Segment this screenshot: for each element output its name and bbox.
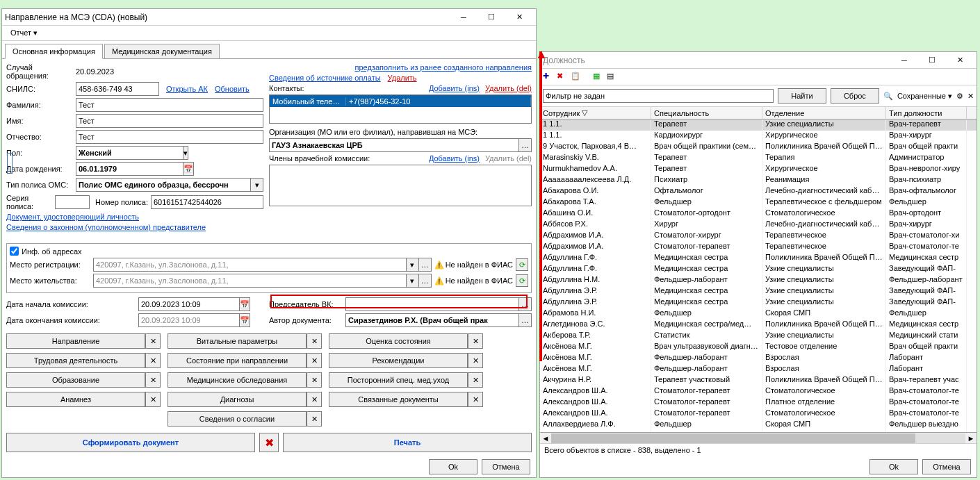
section-button[interactable]: Медицинские обследования <box>168 372 307 388</box>
payment-source-link[interactable]: Сведения об источнике оплаты <box>269 74 381 82</box>
table-row[interactable]: Абдуллина Г.Ф.Медицинская сестраПоликлин… <box>540 253 977 264</box>
chevron-down-icon[interactable]: ▾ <box>183 146 188 160</box>
refresh-link[interactable]: Обновить <box>215 85 250 93</box>
polis-num-input[interactable] <box>151 195 263 209</box>
table-row[interactable]: Абдуллина Н.М.Фельдшер-лаборантУзкие спе… <box>540 275 977 286</box>
maximize-button[interactable]: ☐ <box>477 9 505 26</box>
refresh-icon[interactable]: ⟳ <box>516 274 528 287</box>
chevron-down-icon[interactable]: ▾ <box>407 258 419 272</box>
report-menu[interactable]: Отчет ▾ <box>6 27 42 39</box>
start-date-input[interactable] <box>138 297 240 311</box>
chevron-down-icon[interactable]: ▾ <box>407 274 419 288</box>
ellipsis-icon[interactable]: … <box>419 274 432 288</box>
remove-section-button[interactable]: ✕ <box>307 353 322 368</box>
remove-section-button[interactable]: ✕ <box>468 353 483 368</box>
open-ak-link[interactable]: Открыть АК <box>166 85 208 93</box>
table-row[interactable]: Александров Ш.А.Стоматолог-терапевтСтома… <box>540 408 977 420</box>
table-row[interactable]: Абдрахимов И.А.Стоматолог-терапевтТерапе… <box>540 242 977 253</box>
fam-input[interactable] <box>76 98 263 112</box>
delete-icon[interactable]: ✖ <box>557 72 568 83</box>
table-row[interactable]: Аксёнова М.Г.Врач ультразвуковой диагн…Т… <box>540 342 977 353</box>
section-button[interactable]: Сведения о согласии <box>168 411 307 427</box>
members-grid[interactable] <box>269 165 532 206</box>
table-row[interactable]: Абрамова Н.И.ФельдшерСкорая СМПФельдшер <box>540 308 977 320</box>
remove-section-button[interactable]: ✕ <box>468 333 483 349</box>
section-button[interactable]: Трудовая деятельность <box>6 353 145 368</box>
excel-icon[interactable]: ▦ <box>593 72 604 83</box>
section-button[interactable]: Оценка состояния <box>329 333 468 349</box>
table-row[interactable]: Акберова Т.Р.СтатистикУзкие специалистыМ… <box>540 331 977 342</box>
col-employee[interactable]: Сотрудник▽ <box>540 107 651 119</box>
name-input[interactable] <box>76 114 263 128</box>
copy-icon[interactable]: 📋 <box>571 72 582 83</box>
add-member-link[interactable]: Добавить (ins) <box>429 154 480 163</box>
addr-reg-input[interactable] <box>93 258 407 272</box>
table-row[interactable]: Абдуллина Г.Ф.Медицинская сестраУзкие сп… <box>540 264 977 275</box>
polis-series-input[interactable] <box>55 195 90 209</box>
col-position-type[interactable]: Тип должности <box>886 107 967 119</box>
plus-icon[interactable]: ✚ <box>543 72 554 83</box>
table-row[interactable]: Аксёнова М.Г.Фельдшер-лаборантВзрослаяЛа… <box>540 353 977 364</box>
form-document-button[interactable]: Сформировать документ <box>6 433 255 452</box>
pat-input[interactable] <box>76 130 263 144</box>
section-button[interactable]: Анамнез <box>6 392 145 407</box>
section-button[interactable]: Диагнозы <box>168 392 307 407</box>
export-icon[interactable]: ▤ <box>607 72 618 83</box>
contact-row[interactable]: Мобильный теле… +7(987)456-32-10 <box>270 95 531 107</box>
cancel-form-icon[interactable]: ✖ <box>259 433 279 452</box>
remove-section-button[interactable]: ✕ <box>307 333 322 349</box>
prefill-link[interactable]: предзаполнить из ранее созданного направ… <box>354 63 532 72</box>
contacts-grid[interactable]: Мобильный теле… +7(987)456-32-10 <box>269 94 532 124</box>
settings-icon[interactable]: ⚙ <box>956 92 963 101</box>
delete-contact-link[interactable]: Удалить (del) <box>485 84 532 92</box>
table-row[interactable]: Абдуллина Э.Р.Медицинская сестраУзкие сп… <box>540 286 977 297</box>
remove-section-button[interactable]: ✕ <box>145 372 161 388</box>
table-row[interactable]: Аббясов Р.Х.ХирургЛечебно-диагностически… <box>540 220 977 231</box>
table-row[interactable]: Акчурина Н.Р.Терапевт участковыйПоликлин… <box>540 375 977 386</box>
calendar-icon[interactable]: 📅 <box>240 297 250 311</box>
table-row[interactable]: Абакарова Т.А.ФельдшерТерапевтическое с … <box>540 197 977 208</box>
list-cancel-button[interactable]: Отмена <box>922 459 971 474</box>
table-row[interactable]: 9 Участок, Парковая,4 В…Врач общей практ… <box>540 142 977 153</box>
cancel-button[interactable]: Отмена <box>482 459 530 474</box>
table-row[interactable]: Аллахвердиева Л.Ф.ФельдшерСкорая СМПФель… <box>540 420 977 431</box>
chevron-down-icon[interactable]: ▾ <box>251 178 263 192</box>
list-ok-button[interactable]: Ok <box>869 459 918 474</box>
representative-link[interactable]: Сведения о законном (уполномоченном) пре… <box>6 223 206 231</box>
ok-button[interactable]: Ok <box>429 459 477 474</box>
find-button[interactable]: Найти <box>778 88 826 104</box>
table-row[interactable]: Marasinskiy V.B.ТерапевтТерапияАдминистр… <box>540 153 977 164</box>
table-row[interactable]: Абдрахимов И.А.Стоматолог-хирургТерапевт… <box>540 231 977 242</box>
table-row[interactable]: Александров Ш.А.Стоматолог-терапевтПлатн… <box>540 397 977 408</box>
ellipsis-icon[interactable]: … <box>519 313 532 327</box>
identity-doc-link[interactable]: Документ, удостоверяющий личность <box>6 213 139 221</box>
remove-section-button[interactable]: ✕ <box>468 392 483 407</box>
remove-section-button[interactable]: ✕ <box>307 411 322 427</box>
close-filter-icon[interactable]: ✕ <box>967 92 974 101</box>
remove-section-button[interactable]: ✕ <box>307 372 322 388</box>
tab-main-info[interactable]: Основная информация <box>5 44 103 59</box>
delete-payment-link[interactable]: Удалить <box>388 74 417 82</box>
horizontal-scrollbar[interactable]: ◄ ► <box>540 432 977 443</box>
remove-section-button[interactable]: ✕ <box>307 392 322 407</box>
chairman-input[interactable] <box>345 297 519 311</box>
data-grid[interactable]: 1 1.1.ТерапевтУзкие специалистыВрач-тера… <box>540 119 977 432</box>
section-button[interactable]: Посторонний спец. мед.уход <box>329 372 468 388</box>
org-combo[interactable] <box>269 138 519 152</box>
dob-input[interactable] <box>76 162 183 176</box>
binoculars-icon[interactable]: 🔍 <box>883 92 893 101</box>
close-button[interactable]: ✕ <box>505 9 533 26</box>
table-row[interactable]: Абашина О.И.Стоматолог-ортодонтСтоматоло… <box>540 208 977 220</box>
table-row[interactable]: Nurmukhamedov A.A.ТерапевтХирургическоеВ… <box>540 164 977 175</box>
ellipsis-icon[interactable]: … <box>519 138 532 152</box>
ellipsis-icon[interactable]: … <box>419 258 432 272</box>
remove-section-button[interactable]: ✕ <box>145 353 161 368</box>
col-department[interactable]: Отделение <box>762 107 886 119</box>
tab-medical-docs[interactable]: Медицинская документация <box>104 44 220 58</box>
filter-input[interactable] <box>543 89 774 103</box>
maximize-button[interactable]: ☐ <box>918 52 946 69</box>
table-row[interactable]: Абакарова О.И.ОфтальмологЛечебно-диагнос… <box>540 186 977 197</box>
author-combo[interactable] <box>345 313 519 327</box>
section-button[interactable]: Рекомендации <box>329 353 468 368</box>
calendar-icon[interactable]: 📅 <box>240 313 250 327</box>
